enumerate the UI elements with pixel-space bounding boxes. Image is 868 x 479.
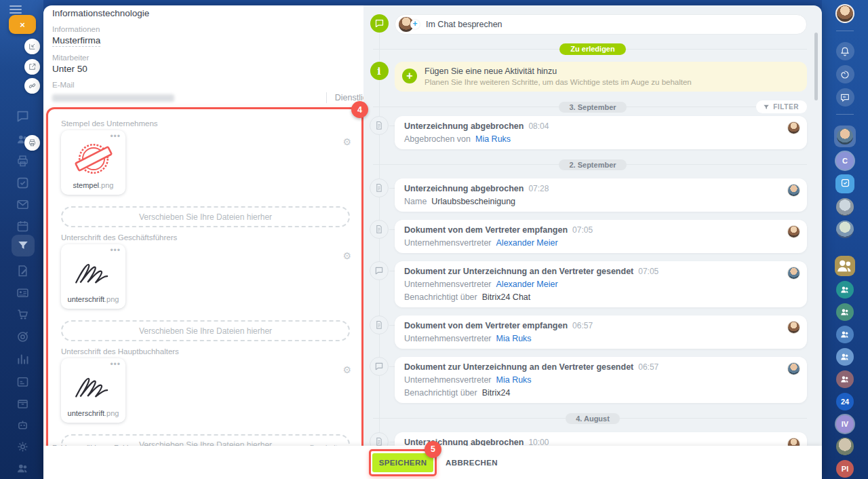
group-chat-icon[interactable] <box>836 281 854 299</box>
group-chat-icon[interactable] <box>836 348 854 366</box>
field-settings-gear-icon[interactable]: ⚙ <box>342 251 351 261</box>
divider <box>836 31 854 31</box>
add-activity-subtitle: Planen Sie Ihre weiteren Schritte, um da… <box>425 78 797 86</box>
person-link[interactable]: Mia Ruks <box>496 375 532 385</box>
chat-iv-avatar[interactable]: IV <box>836 415 854 433</box>
messenger-icon[interactable] <box>14 107 31 125</box>
crm-active-nav-icon[interactable] <box>12 235 35 256</box>
entry-detail-row: UnternehmensvertreterAlexander Meier <box>404 238 780 248</box>
tasks-chat-icon[interactable] <box>835 174 854 193</box>
calendar-icon[interactable] <box>14 217 31 235</box>
collapse-arrow-icon[interactable] <box>24 39 40 54</box>
document-entry-icon <box>370 432 389 446</box>
crm-funnel-icon[interactable] <box>14 262 31 280</box>
print-icon[interactable] <box>24 135 40 151</box>
copy-link-icon[interactable] <box>24 78 40 94</box>
activity-hint-row: i + Fügen Sie eine neue Aktivität hinzu … <box>363 62 822 92</box>
group-chat-icon[interactable] <box>836 370 854 388</box>
timeline-entry-card[interactable]: Dokument zur Unterzeichnung an den Vertr… <box>395 261 807 307</box>
slider-footer: SPEICHERN 5 ABBRECHEN <box>43 446 822 479</box>
company-name-field[interactable]: Musterfirma <box>52 35 100 47</box>
file-name: unterschrift.png <box>68 409 119 423</box>
entry-detail-row: UnternehmensvertreterMia Ruks <box>404 375 780 385</box>
automation-robot-icon[interactable] <box>14 438 31 455</box>
schedule-icon[interactable] <box>14 394 31 412</box>
mail-icon[interactable] <box>14 195 31 213</box>
profile-avatar[interactable] <box>835 4 854 23</box>
cancel-button[interactable]: ABBRECHEN <box>446 459 498 467</box>
file-card[interactable]: ••• unterschrift.png <box>61 244 125 309</box>
entry-author-avatar[interactable] <box>788 438 800 446</box>
detail-value: Urlaubsbescheinigung <box>431 197 515 206</box>
entry-author-avatar[interactable] <box>788 322 800 333</box>
active-chat-avatar[interactable] <box>834 126 856 147</box>
entry-author-avatar[interactable] <box>788 185 800 196</box>
filter-button[interactable]: FILTER <box>756 100 807 113</box>
entry-author-avatar[interactable] <box>788 122 800 134</box>
close-slider-button[interactable]: × <box>9 15 36 34</box>
timeline-entry: Dokument zur Unterzeichnung an den Vertr… <box>363 261 822 307</box>
copilot-icon[interactable] <box>836 65 854 83</box>
menu-toggle-icon[interactable] <box>9 3 22 16</box>
field-settings-gear-icon[interactable]: ⚙ <box>342 137 351 147</box>
industry-value: Informationstechnologie <box>52 8 363 18</box>
stamp-image <box>73 141 115 176</box>
timeline-entry-card[interactable]: Dokument von dem Vertreter empfangen 07:… <box>395 220 807 253</box>
discuss-in-chat-input[interactable]: + Im Chat besprechen <box>395 14 807 35</box>
timeline-entry-card[interactable]: Unterzeichnung abgebrochen 07:28 NameUrl… <box>395 178 807 212</box>
file-menu-icon[interactable]: ••• <box>110 246 121 255</box>
employees-field[interactable]: Unter 50 <box>52 64 363 74</box>
chat-avatar[interactable] <box>836 198 854 216</box>
group-chat-icon[interactable] <box>835 256 855 276</box>
notifications-bell-icon[interactable] <box>836 42 854 60</box>
entry-title: Dokument von dem Vertreter empfangen <box>404 225 568 235</box>
chat-avatar[interactable] <box>836 221 854 238</box>
group-chat-icon[interactable] <box>836 303 854 321</box>
file-card[interactable]: ••• stempel.png <box>61 130 125 195</box>
save-button[interactable]: SPEICHERN <box>372 453 433 472</box>
entry-author-avatar[interactable] <box>788 226 800 237</box>
bitrix24-badge[interactable]: 24 <box>836 393 854 410</box>
marketing-target-icon[interactable] <box>14 350 31 368</box>
documents-icon[interactable] <box>14 152 31 170</box>
timeline-entry-card[interactable]: Unterzeichnung abgebrochen 10:00 <box>395 432 807 446</box>
person-link[interactable]: Alexander Meier <box>496 238 558 248</box>
document-entry-icon <box>370 220 389 239</box>
file-menu-icon[interactable]: ••• <box>110 360 121 369</box>
email-field-redacted[interactable] <box>52 94 174 102</box>
timeline-entry-card[interactable]: Unterzeichnung abgebrochen 08:04 Abgebro… <box>395 116 807 149</box>
chat-input-placeholder: Im Chat besprechen <box>426 20 502 29</box>
file-menu-icon[interactable]: ••• <box>110 132 121 141</box>
shopping-cart-icon[interactable] <box>14 328 31 345</box>
chat-c-avatar[interactable]: C <box>836 152 854 170</box>
person-link[interactable]: Alexander Meier <box>496 280 558 289</box>
settings-icon[interactable] <box>14 459 31 477</box>
field-settings-gear-icon[interactable]: ⚙ <box>342 365 351 375</box>
file-dropzone[interactable]: Verschieben Sie Ihre Dateien hierher <box>61 320 350 341</box>
timeline-scrollbar[interactable] <box>814 33 818 100</box>
timeline-entry-card[interactable]: Dokument zur Unterzeichnung an den Vertr… <box>395 357 807 403</box>
person-link[interactable]: Mia Ruks <box>475 134 511 144</box>
file-card[interactable]: ••• unterschrift.png <box>61 358 125 423</box>
entry-author-avatar[interactable] <box>788 267 800 279</box>
timeline-entry-card[interactable]: Dokument von dem Vertreter empfangen 06:… <box>395 315 807 349</box>
entry-author-avatar[interactable] <box>788 363 800 375</box>
file-dropzone[interactable]: Verschieben Sie Ihre Dateien hierher <box>61 206 350 227</box>
signature-image <box>73 255 115 290</box>
person-link[interactable]: Mia Ruks <box>496 334 532 343</box>
analytics-chart-icon[interactable] <box>14 372 31 390</box>
open-new-window-icon[interactable] <box>24 59 40 75</box>
chat-pi-avatar[interactable]: PI <box>836 460 854 478</box>
doc-edit-icon[interactable] <box>14 284 31 301</box>
chat-avatar[interactable] <box>836 438 854 455</box>
upload-section-label: Unterschrift des Geschäftsführers <box>61 233 353 242</box>
entry-time: 06:57 <box>638 362 658 372</box>
tasks-check-icon[interactable] <box>14 174 31 191</box>
add-participant-icon[interactable]: + <box>410 20 420 29</box>
storage-box-icon[interactable] <box>14 416 31 434</box>
id-card-icon[interactable] <box>14 305 31 323</box>
group-chat-icon[interactable] <box>836 326 854 343</box>
add-activity-card[interactable]: + Fügen Sie eine neue Aktivität hinzu Pl… <box>395 62 807 92</box>
entry-time: 07:05 <box>572 225 593 235</box>
chat-history-icon[interactable] <box>836 88 854 107</box>
